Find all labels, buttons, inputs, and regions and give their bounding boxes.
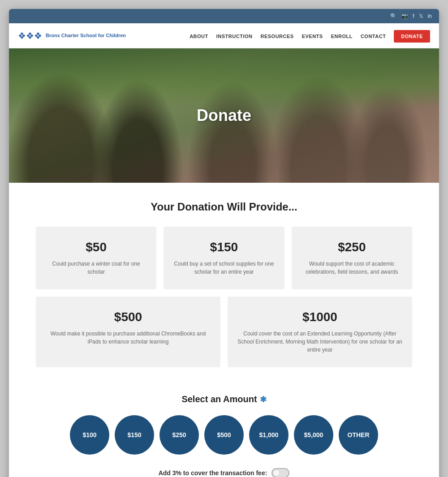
- card-amount-50: $50: [45, 240, 147, 254]
- navbar: ❖❖❖ Bronx Charter School for Children AB…: [9, 23, 439, 48]
- nav-donate-button[interactable]: DONATE: [394, 30, 430, 43]
- donation-card-150: $150 Could buy a set of school supplies …: [164, 227, 284, 289]
- top-bar: 🔍 📷 f 𝕏 in: [9, 9, 439, 23]
- logo-area[interactable]: ❖❖❖ Bronx Charter School for Children: [18, 30, 126, 41]
- toggle-knob: [273, 469, 280, 477]
- card-amount-150: $150: [172, 240, 275, 254]
- donation-card-50: $50 Could purchase a winter coat for one…: [36, 227, 156, 289]
- hero-title: Donate: [197, 106, 251, 125]
- linkedin-icon[interactable]: in: [428, 13, 432, 19]
- amount-btn-100[interactable]: $100: [70, 415, 109, 455]
- donation-cards-top: $50 Could purchase a winter coat for one…: [36, 227, 412, 289]
- instagram-icon[interactable]: 📷: [401, 13, 408, 19]
- search-icon[interactable]: 🔍: [390, 13, 397, 19]
- nav-enroll[interactable]: ENROLL: [331, 34, 353, 39]
- required-star: ✱: [260, 395, 267, 404]
- logo-icon: ❖❖❖: [18, 30, 42, 41]
- transaction-fee-toggle[interactable]: [271, 468, 289, 477]
- nav-about[interactable]: ABOUT: [190, 34, 208, 39]
- donation-cards-bottom: $500 Would make it possible to purchase …: [36, 297, 412, 367]
- card-desc-500: Would make it possible to purchase addit…: [45, 330, 211, 346]
- amount-btn-1000[interactable]: $1,000: [249, 415, 289, 455]
- nav-instruction[interactable]: INSTRUCTION: [216, 34, 253, 39]
- nav-links: ABOUT INSTRUCTION RESOURCES EVENTS ENROL…: [190, 32, 430, 40]
- amount-btn-other[interactable]: OTHER: [339, 415, 378, 455]
- card-amount-250: $250: [301, 240, 403, 254]
- amount-buttons-group: $100 $150 $250 $500 $1,000 $5,000 OTHER: [36, 415, 412, 455]
- facebook-icon[interactable]: f: [413, 13, 414, 19]
- card-amount-1000: $1000: [237, 310, 403, 324]
- donation-card-500: $500 Would make it possible to purchase …: [36, 297, 220, 367]
- select-amount-section: Select an Amount ✱ $100 $150 $250 $500 $…: [36, 385, 412, 477]
- nav-resources[interactable]: RESOURCES: [260, 34, 293, 39]
- amount-btn-5000[interactable]: $5,000: [294, 415, 333, 455]
- amount-btn-150[interactable]: $150: [115, 415, 154, 455]
- nav-contact[interactable]: CONTACT: [361, 34, 386, 39]
- browser-frame: 🔍 📷 f 𝕏 in ❖❖❖ Bronx Charter School for …: [9, 9, 439, 477]
- donation-card-250: $250 Would support the cost of academic …: [292, 227, 412, 289]
- transaction-fee-row: Add 3% to cover the transaction fee:: [36, 468, 412, 477]
- amount-btn-500[interactable]: $500: [204, 415, 244, 455]
- select-amount-title: Select an Amount ✱: [36, 394, 412, 404]
- logo-text: Bronx Charter School for Children: [46, 32, 126, 39]
- card-desc-150: Could buy a set of school supplies for o…: [172, 260, 275, 276]
- twitter-icon[interactable]: 𝕏: [419, 13, 423, 19]
- hero-section: Donate: [9, 48, 439, 183]
- transaction-fee-label: Add 3% to cover the transaction fee:: [159, 469, 267, 477]
- card-desc-1000: Could cover the cost of an Extended Lear…: [237, 330, 403, 354]
- nav-events[interactable]: EVENTS: [302, 34, 323, 39]
- section-title: Your Donation Will Provide...: [36, 201, 412, 213]
- card-amount-500: $500: [45, 310, 211, 324]
- amount-btn-250[interactable]: $250: [159, 415, 199, 455]
- card-desc-250: Would support the cost of academic celeb…: [301, 260, 403, 276]
- donation-card-1000: $1000 Could cover the cost of an Extende…: [228, 297, 412, 367]
- card-desc-50: Could purchase a winter coat for one sch…: [45, 260, 147, 276]
- main-content: Your Donation Will Provide... $50 Could …: [9, 183, 439, 477]
